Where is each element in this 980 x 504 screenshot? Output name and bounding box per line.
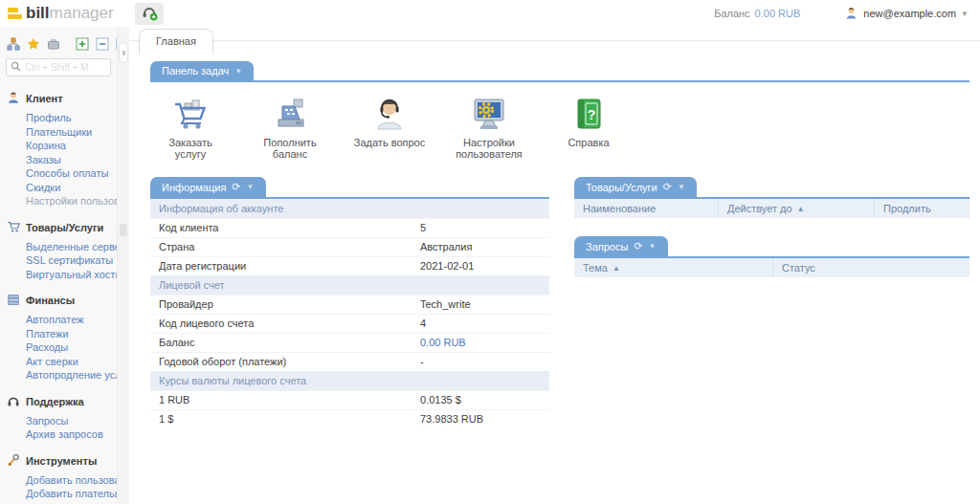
user-menu[interactable]: new@example.com ▼	[844, 6, 969, 22]
sidebar-section-header[interactable]: Инструменты	[7, 450, 113, 471]
chevron-down-icon: ▼	[678, 183, 685, 191]
sidebar-section-title: Клиент	[26, 93, 63, 104]
sidebar-section-header[interactable]: Клиент	[7, 88, 113, 109]
sidebar-menu: КлиентПрофильПлательщикиКорзинаЗаказыСпо…	[0, 82, 117, 504]
info-group-row: Информация об аккаунте	[150, 199, 549, 218]
billmanager-logo[interactable]: billmanager	[8, 4, 114, 23]
sidebar-item[interactable]: Выделенные серверы	[26, 240, 113, 254]
info-row-value: 4	[420, 318, 541, 329]
sidebar-resize-grip[interactable]	[120, 224, 127, 236]
sidebar: КлиентПрофильПлательщикиКорзинаЗаказыСпо…	[0, 27, 117, 504]
sidebar-section-items: АвтоплатежПлатежиРасходыАкт сверкиАвтопр…	[7, 311, 113, 383]
info-panel-tab[interactable]: Информация ⟳ ▼	[150, 177, 266, 197]
tools-icon	[7, 453, 20, 469]
sidebar-item[interactable]: Запросы	[26, 414, 113, 428]
info-row: Годовой оборот (платежи)-	[150, 352, 549, 371]
sidebar-item[interactable]: Способы оплаты	[26, 166, 113, 181]
cash-register-icon	[252, 93, 328, 133]
support-chat-button[interactable]	[135, 3, 164, 25]
sidebar-section-header[interactable]: Товары/Услуги	[7, 217, 113, 238]
info-row: Код лицевого счета4	[150, 314, 549, 333]
sidebar-item[interactable]: SSL сертификаты	[26, 253, 113, 268]
balance-link[interactable]: 0.00 RUB	[420, 337, 466, 348]
info-row: Дата регистрации2021-02-01	[150, 256, 549, 275]
menu-search-box	[6, 58, 111, 77]
user-email: new@example.com	[863, 8, 956, 19]
shopping-cart-icon	[152, 93, 229, 133]
content-area: Главная Панель задач ▼ Заказать услугуПо…	[129, 27, 980, 504]
tab-glavnaya[interactable]: Главная	[139, 29, 213, 55]
monitor-gear-icon	[451, 93, 527, 133]
sidebar-item[interactable]: Платежи	[26, 327, 113, 341]
requests-panel-title: Запросы	[586, 241, 628, 252]
sidebar-item[interactable]: Виртуальный хостинг	[26, 268, 113, 282]
sidebar-toolbar	[0, 36, 117, 52]
refresh-icon[interactable]: ⟳	[663, 181, 672, 193]
sidebar-section-items: ПрофильПлательщикиКорзинаЗаказыСпособы о…	[7, 109, 113, 208]
briefcase-icon[interactable]	[47, 37, 60, 52]
headset-plus-icon	[140, 4, 159, 23]
sidebar-collapse-strip	[117, 27, 129, 504]
sidebar-item[interactable]: Плательщики	[26, 125, 113, 140]
sidebar-item[interactable]: Заказы	[26, 153, 113, 167]
services-panel: Товары/Услуги ⟳ ▼ НаименованиеДействует …	[574, 177, 969, 218]
sidebar-collapse-button[interactable]	[119, 42, 128, 63]
requests-panel-tab[interactable]: Запросы ⟳ ▼	[574, 236, 668, 256]
services-panel-tab[interactable]: Товары/Услуги ⟳ ▼	[574, 177, 697, 197]
requests-table-header: Тема▲Статус	[574, 258, 969, 277]
search-input[interactable]	[25, 62, 106, 73]
sidebar-item[interactable]: Акт сверки	[26, 355, 113, 369]
refresh-icon[interactable]: ⟳	[634, 240, 642, 252]
info-row-label: Страна	[159, 241, 420, 252]
help-book-icon: ?	[550, 93, 627, 133]
star-icon[interactable]	[27, 37, 40, 52]
info-row: Баланс0.00 RUB	[150, 333, 549, 352]
info-row-value: 2021-02-01	[420, 260, 541, 272]
column-header[interactable]: Продлить	[874, 199, 969, 218]
column-header[interactable]: Наименование	[574, 199, 718, 218]
info-row-value: 5	[420, 222, 541, 233]
sidebar-item[interactable]: Корзина	[26, 139, 113, 153]
column-header-label: Тема	[583, 262, 608, 274]
sidebar-section-items: ЗапросыАрхив запросов	[7, 412, 113, 442]
svg-text:?: ?	[588, 107, 596, 122]
taskbar-panel-tab[interactable]: Панель задач ▼	[150, 61, 254, 80]
finance-icon	[7, 293, 20, 308]
refresh-icon[interactable]: ⟳	[232, 181, 240, 193]
info-row: 1 RUB0.0135 $	[150, 390, 549, 409]
sidebar-item[interactable]: Скидки	[26, 181, 113, 195]
task-item-3[interactable]: Задать вопрос	[351, 93, 428, 160]
sidebar-item[interactable]: Добавить плательщика	[26, 487, 113, 501]
cart-small-icon	[7, 220, 20, 235]
task-icons-row: Заказать услугуПополнить балансЗадать во…	[150, 82, 969, 172]
column-header[interactable]: Действует до▲	[718, 199, 874, 218]
sidebar-item[interactable]: Автопродление услуг	[26, 368, 113, 383]
sidebar-section-header[interactable]: Финансы	[7, 290, 113, 311]
sidebar-section-header[interactable]: Поддержка	[7, 391, 113, 412]
sidebar-item[interactable]: Профиль	[26, 111, 113, 125]
minus-icon[interactable]	[96, 37, 109, 52]
task-item-label: Заказать услугу	[152, 137, 229, 160]
task-item-1[interactable]: Заказать услугу	[152, 93, 229, 160]
avatar-icon	[844, 6, 858, 22]
info-row-value: 0.0135 $	[420, 394, 541, 405]
task-item-2[interactable]: Пополнить баланс	[252, 93, 328, 160]
sort-asc-icon: ▲	[797, 205, 805, 213]
task-item-5[interactable]: ?Справка	[550, 93, 627, 160]
sidebar-item[interactable]: Расходы	[26, 340, 113, 355]
hierarchy-icon[interactable]	[7, 37, 20, 52]
info-row-value: Tech_write	[420, 298, 541, 310]
sidebar-item[interactable]: Архив запросов	[26, 427, 113, 442]
sidebar-item[interactable]: Настройки пользоват...	[26, 194, 113, 208]
task-item-4[interactable]: Настройки пользователя	[451, 93, 527, 160]
sidebar-item[interactable]: Добавить пользователя	[26, 473, 113, 488]
taskbar-panel-title: Панель задач	[162, 65, 229, 77]
info-row-value: -	[420, 356, 541, 367]
chevron-down-icon: ▼	[234, 67, 242, 76]
plus-icon[interactable]	[76, 37, 89, 52]
sidebar-item[interactable]: Автоплатеж	[26, 313, 113, 327]
balance-value-link[interactable]: 0.00 RUB	[755, 8, 801, 19]
column-header[interactable]: Тема▲	[574, 258, 772, 277]
column-header[interactable]: Статус	[772, 258, 969, 277]
task-item-label: Задать вопрос	[351, 137, 428, 148]
